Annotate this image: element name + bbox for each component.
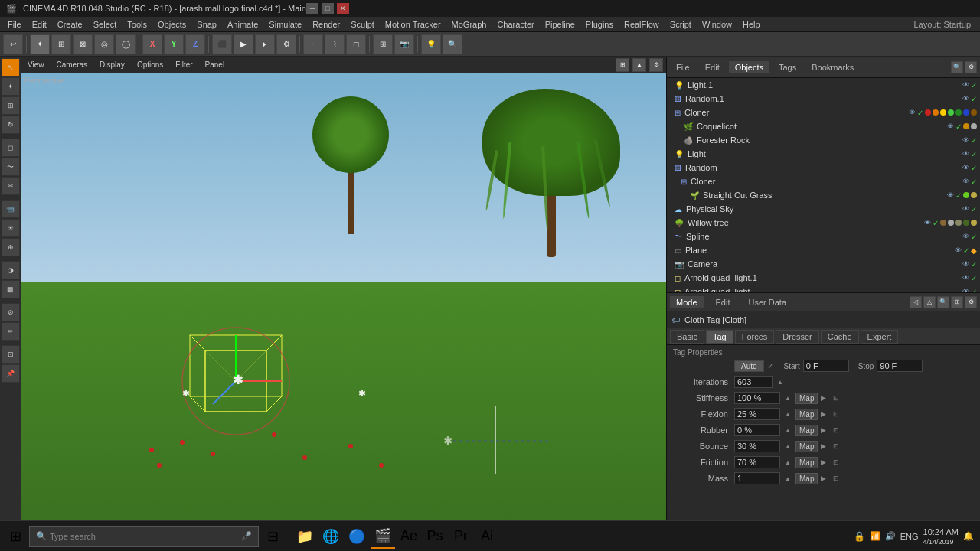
menu-character[interactable]: Character [492,19,538,30]
obj-coquelicot[interactable]: 🌿 Coquelicot 👁 ✓ [667,119,980,133]
tool-camera[interactable]: 📹 [2,200,20,218]
objects-bookmarks-tab[interactable]: Bookmarks [805,61,860,73]
menu-script[interactable]: Script [665,19,696,30]
minimize-button[interactable]: ─ [306,3,318,14]
mass-arrow[interactable]: ▲ [783,474,792,483]
tag-forces-tab[interactable]: Forces [735,330,775,344]
menu-pipeline[interactable]: Pipeline [541,19,580,30]
light-btn[interactable]: 💡 [421,34,441,54]
flexion-arrow[interactable]: ▲ [783,409,792,419]
taskbar-chrome[interactable]: 🔵 [345,524,369,549]
y-axis[interactable]: Y [164,34,184,54]
menu-sculpt[interactable]: Sculpt [346,19,379,30]
close-button[interactable]: ✕ [337,3,349,14]
bounce-expand[interactable]: ▶ [821,442,830,450]
flexion-expand[interactable]: ▶ [821,410,830,418]
auto-button[interactable]: Auto [734,360,764,372]
iterations-value[interactable]: 603 [734,376,773,388]
rubber-arrow[interactable]: ▲ [783,425,792,435]
flexion-map-btn[interactable]: Map [795,409,818,420]
render-all[interactable]: ⏵ [255,34,275,54]
rubber-value[interactable]: 0 % [734,424,780,436]
mass-value[interactable]: 1 [734,472,780,484]
taskbar-search[interactable]: 🔍 Type search 🎤 [29,526,259,547]
obj-camera[interactable]: 📷 Camera 👁 ✓ [667,257,980,271]
tag-search-btn[interactable]: 🔍 [937,296,949,308]
friction-arrow[interactable]: ▲ [783,458,792,467]
bounce-map-btn[interactable]: Map [795,441,818,452]
tool-magnet[interactable]: ⊘ [2,303,20,321]
obj-light[interactable]: 💡 Light 👁 ✓ [667,147,980,161]
obj-physicalsky[interactable]: ☁ Physical Sky 👁 ✓ [667,202,980,216]
menu-window[interactable]: Window [697,19,737,30]
menu-animate[interactable]: Animate [223,19,263,30]
menu-motiontracker[interactable]: Motion Tracker [381,19,446,30]
menu-plugins[interactable]: Plugins [581,19,618,30]
taskbar-edge[interactable]: 🌐 [318,524,343,549]
menu-render[interactable]: Render [308,19,345,30]
obj-cloner[interactable]: ⊞ Cloner 👁 ✓ [667,106,980,119]
objects-objects-tab[interactable]: Objects [729,61,769,73]
menu-tools[interactable]: Tools [122,19,152,30]
render-settings[interactable]: ⚙ [276,34,296,54]
obj-plane[interactable]: ▭ Plane 👁 ✓ ◆ [667,243,980,257]
stiffness-map-btn[interactable]: Map [795,393,818,404]
tag-settings-btn[interactable]: ⚙ [965,296,977,308]
rubber-map-btn[interactable]: Map [795,425,818,436]
taskbar-after-effects[interactable]: Ae [397,524,421,549]
iterations-up-arrow[interactable]: ▲ [776,377,785,386]
friction-value[interactable]: 70 % [734,456,780,468]
obj-settings-btn[interactable]: ⚙ [965,61,977,73]
menu-snap[interactable]: Snap [192,19,221,30]
mass-map-btn[interactable]: Map [795,473,818,484]
tool-group[interactable]: ⊡ [2,345,20,364]
obj-search-btn[interactable]: 🔍 [951,61,963,73]
tag-edit-tab[interactable]: Edit [710,296,737,308]
menu-objects[interactable]: Objects [153,19,191,30]
tag-mode-tab[interactable]: Mode [670,296,704,308]
tag-nav-prev[interactable]: ◁ [910,296,922,308]
menu-simulate[interactable]: Simulate [264,19,306,30]
tag-dresser-tab[interactable]: Dresser [776,330,819,344]
objects-tags-tab[interactable]: Tags [773,61,802,73]
camera-view[interactable]: 📷 [394,34,414,54]
obj-straightcutgrass[interactable]: 🌱 Straight Cut Grass 👁 ✓ [667,188,980,202]
obj-random[interactable]: ⚄ Random 👁 ✓ [667,161,980,174]
vp-view-menu[interactable]: View [24,60,47,70]
stiffness-settings[interactable]: ⊡ [833,394,842,402]
tag-nav-up[interactable]: △ [923,296,936,308]
obj-random1[interactable]: ⚄ Random.1 👁 ✓ [667,92,980,106]
render-view[interactable]: ▶ [234,34,253,54]
friction-settings[interactable]: ⊡ [833,458,842,466]
menu-realflow[interactable]: RealFlow [619,19,664,30]
flexion-value[interactable]: 25 % [734,408,780,420]
obj-arnoldquadlight1[interactable]: ◻ Arnold quad_light.1 👁 ✓ [667,271,980,285]
tool-move[interactable]: ✦ [2,77,20,96]
tool-light[interactable]: ☀ [2,219,20,237]
tag-expert-tab[interactable]: Expert [861,330,899,344]
vp-options-menu[interactable]: Options [134,60,166,70]
tool-rotate[interactable]: ↻ [2,116,20,134]
objects-file-tab[interactable]: File [670,61,696,73]
tag-layout-btn[interactable]: ⊞ [951,296,963,308]
poly-tool[interactable]: ◯ [116,34,136,54]
tool-brush[interactable]: ✏ [2,322,20,341]
menu-file[interactable]: File [3,19,26,30]
stiffness-value[interactable]: 100 % [734,392,780,404]
tool-poly[interactable]: ◻ [2,139,20,157]
rubber-expand[interactable]: ▶ [821,426,830,434]
objects-edit-tab[interactable]: Edit [699,61,726,73]
obj-spline[interactable]: 〜 Spline 👁 ✓ [667,230,980,243]
menu-mograph[interactable]: MoGraph [447,19,492,30]
tool-scale[interactable]: ⊞ [2,96,20,115]
vp-filter-menu[interactable]: Filter [172,60,195,70]
taskbar-premiere[interactable]: Pr [449,524,473,549]
tool-place[interactable]: ⊕ [2,238,20,256]
tag-basic-tab[interactable]: Basic [670,330,704,344]
tool-spline[interactable]: 〜 [2,158,20,176]
stiffness-expand[interactable]: ▶ [821,394,830,402]
vp-panel-menu[interactable]: Panel [202,60,228,70]
bounce-settings[interactable]: ⊡ [833,442,842,450]
mass-expand[interactable]: ▶ [821,474,830,482]
render-region[interactable]: ⬛ [212,34,232,54]
